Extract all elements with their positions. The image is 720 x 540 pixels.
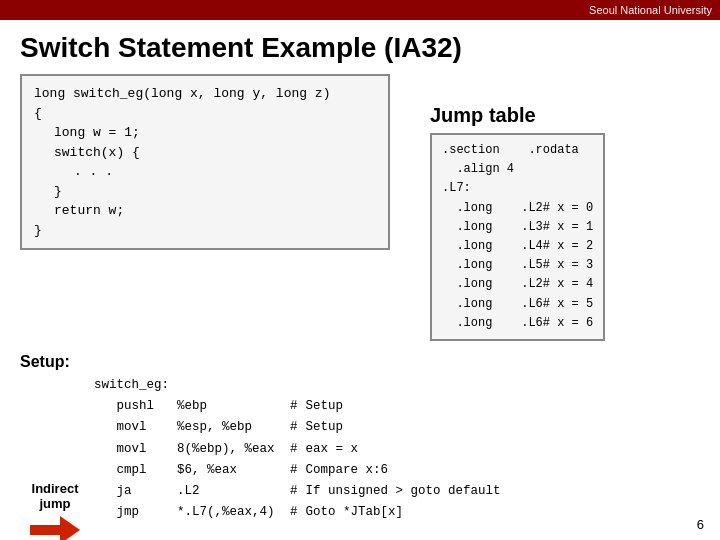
jt-line-5: .long .L3# x = 1 (442, 218, 593, 237)
jt-line-8: .long .L2# x = 4 (442, 275, 593, 294)
code-line-2: { (34, 104, 376, 124)
setup-row-2: movl %esp, %ebp # Setup (90, 417, 505, 438)
jump-table-box: .section .rodata .align 4 .L7: .long .L2… (430, 133, 605, 341)
jt-line-6: .long .L4# x = 2 (442, 237, 593, 256)
setup-section: Setup: Indirectjump switch_eg: (20, 353, 700, 540)
code-line-7: return w; (34, 201, 376, 221)
setup-row-6: jmp *.L7(,%eax,4) # Goto *JTab[x] (90, 502, 505, 523)
setup-row-5: ja .L2 # If unsigned > goto default (90, 481, 505, 502)
page-title: Switch Statement Example (IA32) (20, 32, 700, 64)
jt-line-1: .section .rodata (442, 141, 593, 160)
code-line-1: long switch_eg(long x, long y, long z) (34, 84, 376, 104)
header-bar: Seoul National University (0, 0, 720, 20)
indirect-jump-label: Indirectjump (32, 481, 79, 512)
jt-line-3: .L7: (442, 179, 593, 198)
setup-row-1: pushl %ebp # Setup (90, 396, 505, 417)
setup-row-4: cmpl $6, %eax # Compare x:6 (90, 460, 505, 481)
jt-line-10: .long .L6# x = 6 (442, 314, 593, 333)
indirect-jump-arrow (30, 516, 80, 540)
setup-label: Setup: (20, 353, 700, 371)
jt-line-9: .long .L6# x = 5 (442, 295, 593, 314)
code-block: long switch_eg(long x, long y, long z) {… (20, 74, 390, 250)
setup-row-0: switch_eg: (90, 375, 505, 396)
jump-table-section: Jump table .section .rodata .align 4 .L7… (430, 104, 605, 341)
jump-table-label: Jump table (430, 104, 605, 127)
jt-line-7: .long .L5# x = 3 (442, 256, 593, 275)
main-content: Switch Statement Example (IA32) long swi… (0, 20, 720, 540)
setup-fn-name: switch_eg: (90, 375, 173, 396)
code-line-3: long w = 1; (34, 123, 376, 143)
jt-line-4: .long .L2# x = 0 (442, 199, 593, 218)
setup-row-3: movl 8(%ebp), %eax # eax = x (90, 439, 505, 460)
jt-line-2: .align 4 (442, 160, 593, 179)
code-line-4: switch(x) { (34, 143, 376, 163)
page-number: 6 (697, 517, 704, 532)
setup-code-table: switch_eg: pushl %ebp # Setup movl %esp,… (90, 375, 505, 524)
code-line-5: . . . (34, 162, 376, 182)
code-line-6: } (34, 182, 376, 202)
university-name: Seoul National University (589, 4, 712, 16)
code-line-8: } (34, 221, 376, 241)
